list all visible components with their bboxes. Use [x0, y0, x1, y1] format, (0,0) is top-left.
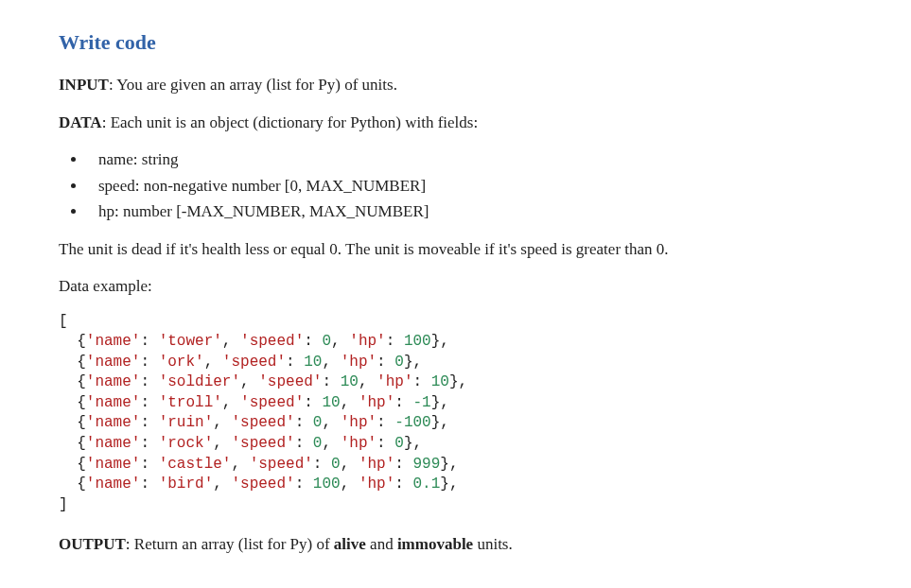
data-text: : Each unit is an object (dictionary for… — [102, 113, 479, 131]
list-item: speed: non-negative number [0, MAX_NUMBE… — [87, 174, 852, 199]
code-example: [ {'name': 'tower', 'speed': 0, 'hp': 10… — [59, 312, 852, 516]
page-title: Write code — [59, 26, 852, 58]
data-example-label: Data example: — [59, 274, 852, 299]
output-before: : Return an array (list for Py) of — [126, 535, 334, 553]
fields-list: name: string speed: non-negative number … — [79, 147, 852, 224]
input-text: : You are given an array (list for Py) o… — [109, 76, 397, 94]
rules-text: The unit is dead if it's health less or … — [59, 237, 852, 262]
list-item: hp: number [-MAX_NUMBER, MAX_NUMBER] — [87, 199, 852, 224]
input-section: INPUT: You are given an array (list for … — [59, 73, 852, 97]
output-prefix: OUTPUT — [59, 535, 126, 553]
data-section: DATA: Each unit is an object (dictionary… — [59, 111, 852, 135]
output-section: OUTPUT: Return an array (list for Py) of… — [59, 532, 852, 557]
output-bold-immovable: immovable — [397, 535, 473, 553]
input-prefix: INPUT — [59, 76, 109, 94]
output-bold-alive: alive — [334, 535, 366, 553]
data-prefix: DATA — [59, 113, 102, 131]
list-item: name: string — [87, 147, 852, 172]
output-after: units. — [473, 535, 513, 553]
output-mid: and — [366, 535, 397, 553]
